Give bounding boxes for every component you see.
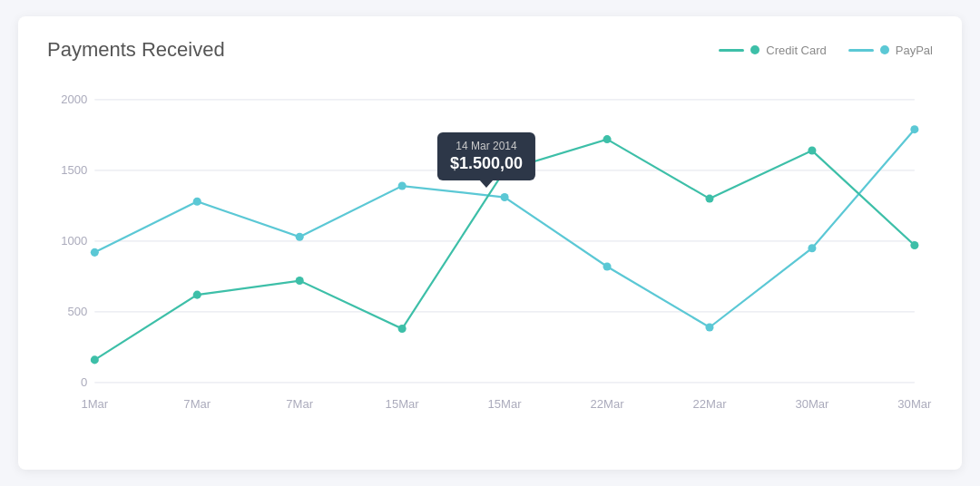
credit-card-legend-dot: [750, 45, 760, 54]
svg-point-28: [91, 355, 99, 364]
svg-text:1Mar: 1Mar: [81, 397, 108, 411]
credit-card-legend-label: Credit Card: [766, 44, 826, 57]
svg-point-31: [398, 325, 407, 333]
svg-point-26: [808, 244, 816, 252]
svg-point-34: [705, 195, 713, 203]
svg-text:1000: 1000: [61, 234, 87, 248]
paypal-legend-dot: [880, 45, 889, 54]
svg-text:1500: 1500: [61, 163, 87, 177]
chart-card: Payments Received Credit Card PayPal 14 …: [18, 16, 962, 470]
svg-point-35: [808, 147, 816, 155]
svg-point-19: [91, 248, 99, 257]
svg-text:30Mar: 30Mar: [897, 397, 932, 411]
svg-point-22: [398, 182, 407, 190]
svg-point-24: [603, 262, 612, 270]
svg-text:7Mar: 7Mar: [286, 397, 313, 411]
paypal-legend-line: [848, 49, 874, 52]
chart-header: Payments Received Credit Card PayPal: [47, 38, 933, 62]
svg-point-20: [193, 198, 201, 206]
svg-text:2000: 2000: [61, 92, 87, 106]
svg-text:22Mar: 22Mar: [591, 397, 625, 411]
svg-point-29: [193, 291, 201, 299]
paypal-legend-label: PayPal: [896, 44, 933, 57]
svg-point-21: [296, 233, 304, 241]
svg-text:22Mar: 22Mar: [692, 397, 727, 411]
chart-title: Payments Received: [47, 38, 225, 62]
chart-svg: 05001000150020001Mar7Mar7Mar15Mar15Mar22…: [47, 78, 933, 441]
legend-credit-card: Credit Card: [719, 44, 826, 57]
svg-point-36: [910, 241, 918, 249]
legend-paypal: PayPal: [848, 44, 933, 57]
svg-text:15Mar: 15Mar: [386, 397, 420, 411]
credit-card-legend-line: [719, 49, 744, 52]
svg-point-25: [705, 323, 713, 331]
svg-point-33: [603, 135, 612, 143]
svg-point-30: [296, 277, 304, 285]
chart-area: 14 Mar 2014 $1.500,00 05001000150020001M…: [47, 78, 933, 441]
legend: Credit Card PayPal: [719, 44, 933, 57]
svg-text:500: 500: [67, 305, 87, 318]
svg-text:30Mar: 30Mar: [795, 397, 829, 411]
svg-point-23: [501, 193, 509, 201]
svg-text:7Mar: 7Mar: [183, 397, 211, 411]
svg-point-27: [910, 125, 918, 133]
svg-point-38: [500, 166, 509, 175]
svg-text:0: 0: [81, 375, 87, 389]
svg-text:15Mar: 15Mar: [488, 397, 523, 411]
